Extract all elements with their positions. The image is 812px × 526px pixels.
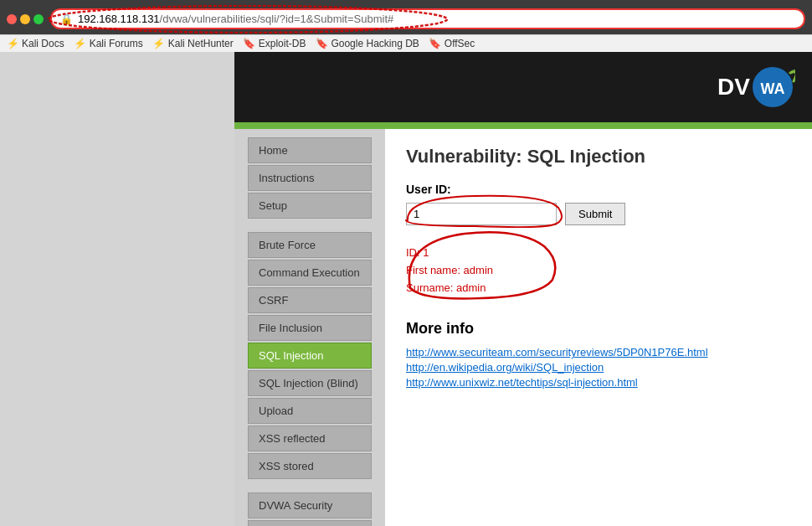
left-nav: Home Instructions Setup Brute Force Comm… [234, 129, 385, 526]
kali-docs-icon: ⚡ [7, 38, 18, 49]
nav-sql-injection-blind[interactable]: SQL Injection (Blind) [248, 370, 372, 396]
google-hacking-icon: 🔖 [316, 38, 327, 49]
result-container: ID: 1 First name: admin Surname: admin [406, 238, 791, 303]
more-info-section: More info http://www.securiteam.com/secu… [406, 320, 791, 389]
nav-dvwa-security[interactable]: DVWA Security [248, 492, 372, 518]
info-link-securiteam[interactable]: http://www.securiteam.com/securityreview… [406, 346, 791, 358]
maximize-btn[interactable] [33, 14, 44, 24]
form-section: User ID: Submit [406, 183, 791, 303]
result-text: ID: 1 First name: admin Surname: admin [406, 245, 791, 297]
bookmark-google-hacking-db[interactable]: 🔖 Google Hacking DB [316, 38, 419, 49]
green-bar [234, 122, 812, 129]
nav-file-inclusion[interactable]: File Inclusion [248, 315, 372, 341]
dvwa-main: DV WA Home Instructions Setup [234, 52, 812, 526]
info-link-unixwiz[interactable]: http://www.unixwiz.net/techtips/sql-inje… [406, 376, 791, 389]
nav-setup[interactable]: Setup [248, 193, 372, 219]
nav-brute-force[interactable]: Brute Force [248, 232, 372, 258]
nav-home[interactable]: Home [248, 137, 372, 163]
kali-forums-icon: ⚡ [75, 38, 86, 49]
nav-xss-stored[interactable]: XSS stored [248, 453, 372, 479]
content-row: Home Instructions Setup Brute Force Comm… [234, 129, 812, 526]
logo-swirl-icon: WA [750, 64, 795, 110]
input-row: Submit [406, 203, 791, 225]
nav-csrf[interactable]: CSRF [248, 287, 372, 313]
dvwa-logo: DV WA [717, 64, 795, 110]
nav-upload[interactable]: Upload [248, 398, 372, 424]
input-container [406, 203, 557, 225]
security-icon: 🔒 [60, 13, 73, 25]
right-content: Vulnerability: SQL Injection User ID: Su… [385, 129, 812, 526]
kali-nethunter-icon: ⚡ [153, 38, 165, 49]
close-btn[interactable] [7, 14, 17, 24]
result-firstname: First name: admin [406, 262, 791, 280]
bookmark-kali-forums[interactable]: ⚡ Kali Forums [75, 38, 143, 49]
bookmark-exploit-db[interactable]: 🔖 Exploit-DB [244, 38, 306, 49]
svg-text:WA: WA [761, 80, 785, 97]
result-id: ID: 1 [406, 245, 791, 262]
logo-text: DV [717, 74, 750, 101]
nav-command-execution[interactable]: Command Execution [248, 260, 372, 286]
minimize-btn[interactable] [20, 14, 30, 24]
nav-xss-reflected[interactable]: XSS reflected [248, 425, 372, 451]
info-link-wikipedia[interactable]: http://en.wikipedia.org/wiki/SQL_injecti… [406, 361, 791, 374]
address-text: 192.168.118.131/dvwa/vulnerabilities/sql… [78, 13, 393, 25]
user-id-label: User ID: [406, 183, 791, 196]
browser-controls [7, 14, 44, 24]
nav-php-info[interactable]: PHP Info [248, 520, 372, 526]
offsec-icon: 🔖 [429, 38, 441, 49]
bookmark-kali-nethunter[interactable]: ⚡ Kali NetHunter [153, 38, 234, 49]
bookmark-kali-docs[interactable]: ⚡ Kali Docs [7, 38, 64, 49]
nav-sql-injection[interactable]: SQL Injection [248, 343, 372, 369]
bookmark-offsec[interactable]: 🔖 OffSec [429, 38, 475, 49]
address-bar[interactable]: 🔒 192.168.118.131/dvwa/vulnerabilities/s… [50, 8, 805, 29]
nav-instructions[interactable]: Instructions [248, 165, 372, 191]
browser-chrome: 🔒 192.168.118.131/dvwa/vulnerabilities/s… [0, 0, 812, 34]
dvwa-header: DV WA [234, 52, 812, 122]
exploit-db-icon: 🔖 [244, 38, 255, 49]
more-info-title: More info [406, 320, 791, 338]
page-wrapper: DV WA Home Instructions Setup [0, 52, 812, 526]
sidebar-area [0, 52, 234, 526]
result-surname: Surname: admin [406, 280, 791, 297]
page-title: Vulnerability: SQL Injection [406, 146, 791, 168]
bookmarks-bar: ⚡ Kali Docs ⚡ Kali Forums ⚡ Kali NetHunt… [0, 34, 812, 52]
submit-button[interactable]: Submit [565, 203, 625, 225]
user-id-input[interactable] [406, 203, 557, 225]
browser-toolbar: 🔒 192.168.118.131/dvwa/vulnerabilities/s… [7, 5, 805, 34]
